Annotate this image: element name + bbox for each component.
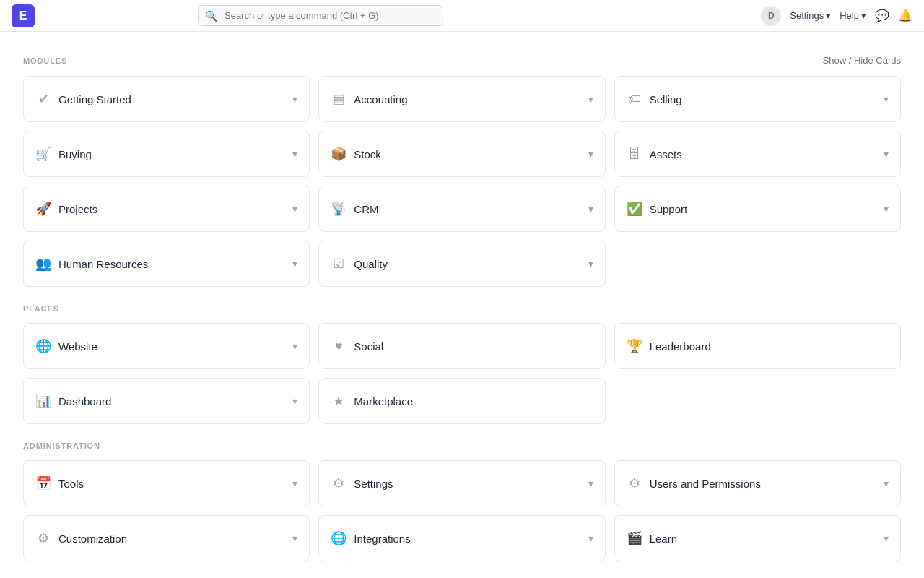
places-grid: 🌐 Website ▾ ♥ Social 🏆 Leaderboard [23,323,901,424]
dashboard-label: Dashboard [58,395,111,407]
stock-icon: 📦 [331,146,346,162]
card-social[interactable]: ♥ Social [318,323,605,369]
topnav: E 🔍 D Settings ▾ Help ▾ 💬 🔔 [0,0,924,32]
administration-section-header: ADMINISTRATION [23,441,901,450]
search-bar: 🔍 [198,5,443,26]
dashboard-icon: 📊 [35,393,51,409]
show-hide-link[interactable]: Show / Hide Cards [823,55,901,66]
card-getting-started[interactable]: ✔ Getting Started ▾ [23,76,310,122]
human-resources-icon: 👥 [35,256,51,272]
chevron-down-icon: ▾ [292,532,297,544]
integrations-icon: 🌐 [331,530,346,546]
learn-icon: 🎬 [627,530,642,546]
chevron-down-icon: ▾ [588,532,593,544]
buying-icon: 🛒 [35,146,51,162]
card-leaderboard[interactable]: 🏆 Leaderboard [614,323,901,369]
chevron-down-icon: ▾ [292,340,297,352]
chevron-down-icon: ▾ [884,203,889,215]
administration-grid: 📅 Tools ▾ ⚙ Settings ▾ ⚙ Users and Permi… [23,460,901,561]
projects-icon: 🚀 [35,201,51,217]
modules-label: MODULES [23,56,67,65]
tools-icon: 📅 [35,475,51,491]
crm-label: CRM [354,203,378,215]
chevron-down-icon: ▾ [884,148,889,160]
social-icon: ♥ [331,339,346,354]
card-selling[interactable]: 🏷 Selling ▾ [614,76,901,122]
chevron-down-icon: ▾ [884,532,889,544]
marketplace-icon: ★ [331,393,346,409]
tools-label: Tools [58,478,84,490]
help-button[interactable]: Help ▾ [840,10,866,21]
marketplace-label: Marketplace [354,395,413,407]
chevron-down-icon: ▾ [292,478,297,489]
card-dashboard[interactable]: 📊 Dashboard ▾ [23,378,310,424]
customization-label: Customization [58,532,127,545]
card-users-permissions[interactable]: ⚙ Users and Permissions ▾ [614,460,901,506]
crm-icon: 📡 [331,201,346,217]
chevron-down-icon: ▾ [588,258,593,269]
card-marketplace[interactable]: ★ Marketplace [318,378,605,424]
chevron-down-icon: ▾ [884,478,889,489]
settings-button[interactable]: Settings ▾ [790,10,831,21]
social-label: Social [354,340,383,353]
users-permissions-label: Users and Permissions [650,478,761,490]
chevron-down-icon: ▾ [588,203,593,215]
learn-label: Learn [650,532,677,545]
places-section-header: PLACES [23,304,901,313]
accounting-icon: ▤ [331,91,346,107]
chevron-down-icon: ▾ [292,148,297,160]
chevron-down-icon: ▾ [588,478,593,489]
card-quality[interactable]: ☑ Quality ▾ [318,241,605,287]
getting-started-icon: ✔ [35,91,51,107]
modules-section: MODULES Show / Hide Cards ✔ Getting Star… [23,55,901,287]
card-learn[interactable]: 🎬 Learn ▾ [614,515,901,561]
users-permissions-icon: ⚙ [627,475,642,491]
chevron-down-icon: ▾ [292,258,297,269]
places-label: PLACES [23,304,59,313]
projects-label: Projects [58,203,97,215]
card-tools[interactable]: 📅 Tools ▾ [23,460,310,506]
avatar: D [761,6,781,26]
places-section: PLACES 🌐 Website ▾ ♥ Social 🏆 Leaderb [23,304,901,424]
bell-icon[interactable]: 🔔 [898,9,912,22]
buying-label: Buying [58,148,92,160]
card-settings[interactable]: ⚙ Settings ▾ [318,460,605,506]
card-accounting[interactable]: ▤ Accounting ▾ [318,76,605,122]
card-customization[interactable]: ⚙ Customization ▾ [23,515,310,561]
settings-label: Settings [354,478,393,490]
selling-label: Selling [650,93,682,105]
quality-label: Quality [354,258,388,270]
card-buying[interactable]: 🛒 Buying ▾ [23,131,310,177]
human-resources-label: Human Resources [58,258,148,270]
support-label: Support [650,203,688,215]
chat-icon[interactable]: 💬 [875,9,889,22]
main-content: MODULES Show / Hide Cards ✔ Getting Star… [0,32,924,578]
card-assets[interactable]: 🗄 Assets ▾ [614,131,901,177]
accounting-label: Accounting [354,93,407,105]
chevron-down-icon: ▾ [292,395,297,407]
card-human-resources[interactable]: 👥 Human Resources ▾ [23,241,310,287]
search-icon: 🔍 [205,10,217,22]
administration-label: ADMINISTRATION [23,441,100,450]
chevron-down-icon: ▾ [292,203,297,215]
app-logo[interactable]: E [12,4,35,27]
modules-grid: ✔ Getting Started ▾ ▤ Accounting ▾ 🏷 Sel… [23,76,901,287]
card-support[interactable]: ✅ Support ▾ [614,186,901,232]
website-icon: 🌐 [35,338,51,354]
search-input[interactable] [198,5,443,26]
chevron-down-icon: ▾ [884,93,889,105]
card-crm[interactable]: 📡 CRM ▾ [318,186,605,232]
modules-section-header: MODULES Show / Hide Cards [23,55,901,66]
customization-icon: ⚙ [35,530,51,546]
card-stock[interactable]: 📦 Stock ▾ [318,131,605,177]
card-integrations[interactable]: 🌐 Integrations ▾ [318,515,605,561]
nav-right: D Settings ▾ Help ▾ 💬 🔔 [761,6,912,26]
support-icon: ✅ [627,201,642,217]
card-projects[interactable]: 🚀 Projects ▾ [23,186,310,232]
website-label: Website [58,340,97,353]
chevron-down-icon: ▾ [588,148,593,160]
settings-icon: ⚙ [331,475,346,491]
getting-started-label: Getting Started [58,93,131,105]
card-website[interactable]: 🌐 Website ▾ [23,323,310,369]
assets-icon: 🗄 [627,147,642,162]
